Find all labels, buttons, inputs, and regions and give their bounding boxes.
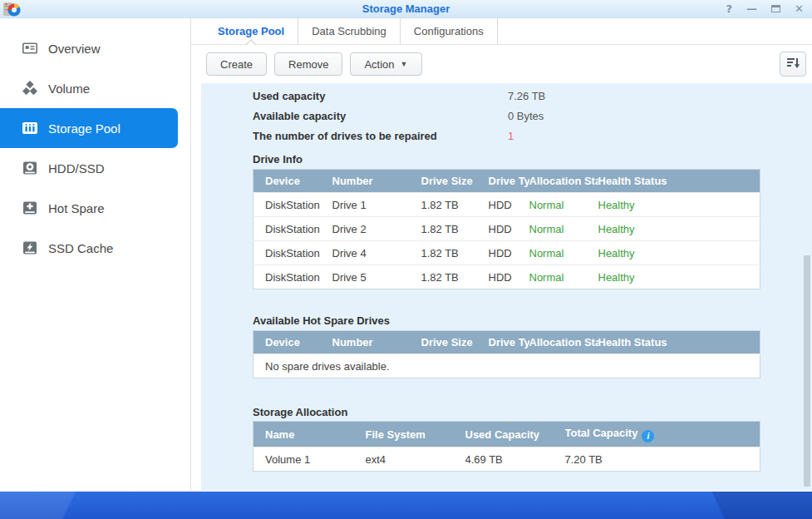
cell-volume-name: Volume 1 — [253, 447, 366, 472]
hot-spare-drives-title: Available Hot Spare Drives — [253, 314, 812, 327]
summary-row: Used capacity 7.26 TB — [253, 86, 812, 106]
tab-bar: Storage Pool Data Scrubbing Configuratio… — [191, 18, 812, 45]
column-header[interactable]: File System — [366, 422, 465, 447]
empty-state-text: No spare drives available. — [253, 354, 760, 378]
storage-allocation-title: Storage Allocation — [253, 406, 812, 418]
sidebar-item-volume[interactable]: Volume — [0, 68, 178, 108]
cell-number: Drive 1 — [332, 193, 421, 217]
storage-pool-icon — [22, 120, 38, 136]
create-button[interactable]: Create — [206, 52, 267, 76]
main-panel: Storage Pool Data Scrubbing Configuratio… — [191, 18, 812, 491]
chevron-down-icon: ▼ — [401, 60, 408, 68]
table-row[interactable]: DiskStation Drive 2 1.82 TB HDD Normal H… — [253, 217, 760, 241]
sort-descending-icon — [786, 57, 800, 72]
column-header[interactable]: Device — [253, 170, 332, 193]
storage-manager-app-icon — [2, 0, 21, 18]
minimize-icon[interactable]: — — [746, 0, 757, 18]
column-header[interactable]: Drive Size — [421, 170, 489, 193]
column-header[interactable]: Health Status — [598, 170, 760, 193]
ssd-cache-icon — [22, 240, 38, 256]
column-header[interactable]: Device — [253, 331, 332, 354]
cell-drive-size: 1.82 TB — [421, 265, 489, 289]
column-header[interactable]: Name — [253, 422, 366, 447]
cell-used-capacity: 4.69 TB — [465, 447, 565, 472]
table-row[interactable]: Volume 1 ext4 4.69 TB 7.20 TB — [253, 447, 760, 472]
cell-drive-type: HDD — [489, 193, 529, 217]
remove-button-label: Remove — [288, 58, 328, 71]
sidebar-item-label: HDD/SSD — [48, 161, 105, 175]
sort-button[interactable] — [780, 52, 806, 77]
hot-spare-icon — [22, 200, 38, 216]
column-header[interactable]: Health Status — [598, 331, 760, 354]
action-dropdown-button[interactable]: Action ▼ — [350, 52, 421, 76]
vertical-scrollbar-thumb[interactable] — [804, 255, 810, 487]
create-button-label: Create — [220, 58, 253, 71]
remove-button[interactable]: Remove — [274, 52, 342, 76]
window-controls: ? — ✕ — [726, 0, 804, 18]
storage-pool-detail-panel: Used capacity 7.26 TB Available capacity… — [201, 83, 812, 491]
cell-total-capacity: 7.20 TB — [565, 447, 760, 472]
cell-drive-size: 1.82 TB — [421, 217, 489, 241]
overview-icon — [22, 40, 38, 57]
cell-number: Drive 5 — [332, 265, 421, 289]
sidebar-item-ssd-cache[interactable]: SSD Cache — [0, 228, 178, 268]
sidebar-item-label: Storage Pool — [48, 121, 121, 136]
cell-device: DiskStation — [253, 241, 332, 265]
column-header-total-capacity[interactable]: Total Capacityi — [565, 422, 760, 447]
table-row[interactable]: DiskStation Drive 4 1.82 TB HDD Normal H… — [253, 241, 760, 265]
cell-number: Drive 2 — [332, 217, 421, 241]
drives-to-repair-value: 1 — [508, 130, 514, 142]
cell-device: DiskStation — [253, 217, 332, 241]
summary-row: The number of drives to be repaired 1 — [253, 126, 812, 146]
maximize-icon[interactable] — [771, 0, 780, 18]
drive-info-title: Drive Info — [253, 153, 812, 166]
cell-drive-size: 1.82 TB — [421, 241, 489, 265]
sidebar-item-hot-spare[interactable]: Hot Spare — [0, 188, 178, 228]
column-header[interactable]: Allocation Status — [529, 331, 598, 354]
close-icon[interactable]: ✕ — [795, 0, 804, 18]
column-header[interactable]: Number — [332, 331, 421, 354]
cell-allocation-status: Normal — [529, 193, 598, 217]
help-icon[interactable]: ? — [726, 0, 733, 18]
column-header[interactable]: Drive Type — [489, 170, 529, 193]
table-row[interactable]: DiskStation Drive 1 1.82 TB HDD Normal H… — [253, 193, 760, 217]
column-header[interactable]: Allocation Status — [529, 170, 598, 193]
cell-drive-type: HDD — [489, 265, 529, 289]
column-header[interactable]: Used Capacity — [465, 422, 565, 447]
tab-data-scrubbing[interactable]: Data Scrubbing — [298, 18, 401, 44]
table-header-row: Device Number Drive Size Drive Type Allo… — [253, 331, 760, 354]
hot-spare-drives-table: Device Number Drive Size Drive Type Allo… — [253, 330, 760, 378]
summary-row: Available capacity 0 Bytes — [253, 106, 812, 126]
table-row[interactable]: DiskStation Drive 5 1.82 TB HDD Normal H… — [253, 265, 760, 289]
column-header[interactable]: Drive Size — [421, 331, 489, 354]
sidebar: Overview Volume — [0, 18, 191, 491]
sidebar-item-label: Hot Spare — [48, 201, 105, 215]
sidebar-item-storage-pool[interactable]: Storage Pool — [0, 108, 178, 148]
tab-label: Data Scrubbing — [312, 25, 386, 37]
cell-number: Drive 4 — [332, 241, 421, 265]
cell-health-status: Healthy — [598, 265, 760, 289]
volume-icon — [22, 80, 38, 96]
sidebar-item-overview[interactable]: Overview — [0, 28, 178, 68]
column-header-label: Total Capacity — [565, 427, 638, 439]
cell-allocation-status: Normal — [529, 265, 598, 289]
tab-configurations[interactable]: Configurations — [401, 18, 498, 44]
toolbar: Create Remove Action ▼ — [191, 45, 812, 83]
tab-storage-pool[interactable]: Storage Pool — [204, 18, 298, 44]
sidebar-item-label: SSD Cache — [48, 241, 113, 255]
sidebar-item-hdd-ssd[interactable]: HDD/SSD — [0, 148, 178, 188]
storage-allocation-table: Name File System Used Capacity Total Cap… — [253, 421, 760, 472]
column-header[interactable]: Drive Type — [489, 331, 529, 354]
sidebar-item-label: Overview — [48, 42, 101, 56]
info-icon[interactable]: i — [642, 430, 654, 442]
desktop-wallpaper — [0, 492, 812, 519]
cell-device: DiskStation — [253, 193, 332, 217]
titlebar[interactable]: Storage Manager ? — ✕ — [0, 0, 812, 18]
tab-label: Storage Pool — [218, 25, 284, 37]
cell-drive-type: HDD — [489, 241, 529, 265]
window-title: Storage Manager — [362, 2, 450, 15]
column-header[interactable]: Number — [332, 170, 421, 193]
cell-device: DiskStation — [253, 265, 332, 289]
hdd-ssd-icon — [22, 160, 38, 176]
cell-drive-type: HDD — [489, 217, 529, 241]
